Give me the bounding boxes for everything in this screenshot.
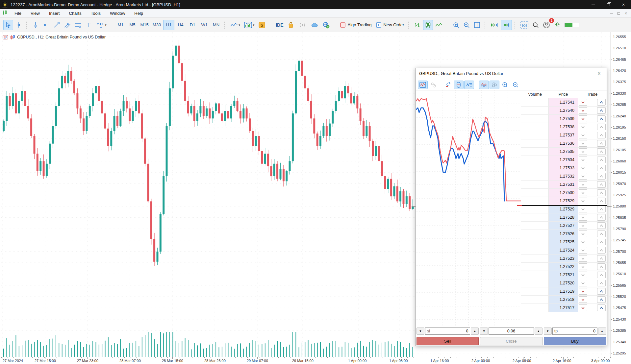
price-cell[interactable]: 1.27529 <box>549 197 578 205</box>
sell-chevron-button[interactable] <box>579 189 587 196</box>
cursor-tool-button[interactable] <box>3 20 13 30</box>
price-cell[interactable]: 1.27520 <box>549 279 578 287</box>
text-tool-button[interactable] <box>84 20 94 30</box>
sl-value[interactable]: 0 <box>466 329 468 333</box>
dom-row-bid[interactable]: 1.27520 <box>521 279 607 287</box>
sell-chevron-button[interactable] <box>579 198 587 204</box>
dom-row-bid[interactable]: 1.27518 <box>521 296 607 304</box>
timeframe-m15[interactable]: M15 <box>139 20 150 30</box>
sell-chevron-button[interactable] <box>579 239 587 245</box>
timeframe-w1[interactable]: W1 <box>199 20 210 30</box>
menu-charts[interactable]: Charts <box>64 9 86 17</box>
indicators-caret[interactable]: ▾ <box>253 23 255 27</box>
dom-zoom-out-icon[interactable] <box>511 81 520 89</box>
sell-chevron-button[interactable] <box>579 181 587 188</box>
dom-zoom-in-icon[interactable] <box>500 81 510 89</box>
buy-chevron-button[interactable] <box>597 157 606 163</box>
sell-chevron-button[interactable] <box>579 124 587 130</box>
profile-button[interactable]: 1 <box>541 20 552 30</box>
buy-chevron-button[interactable] <box>597 247 606 254</box>
time-axis[interactable]: 27 Mar 2024 27 Mar 15:00 27 Mar 23:00 28… <box>0 357 631 364</box>
signals-icon[interactable] <box>296 20 308 30</box>
screenshot-button[interactable] <box>519 20 530 30</box>
sell-chevron-button[interactable] <box>579 247 587 254</box>
buy-chevron-button[interactable] <box>597 132 606 138</box>
sell-chevron-button[interactable] <box>579 206 587 212</box>
price-cell[interactable]: 1.27530 <box>549 189 578 197</box>
upload-button[interactable] <box>552 20 562 30</box>
dom-row-bid[interactable]: 1.27524 <box>521 246 607 255</box>
buy-chevron-button[interactable] <box>597 107 606 114</box>
new-order-button[interactable]: New Order <box>374 20 406 30</box>
dom-row-ask[interactable]: 1.27535 <box>521 148 607 156</box>
ide-button[interactable]: IDE <box>274 20 285 30</box>
dom-row-ask[interactable]: 1.27529 <box>521 197 607 205</box>
buy-chevron-button[interactable] <box>597 99 606 106</box>
buy-chevron-button[interactable] <box>597 115 606 122</box>
price-cell[interactable]: 1.27517 <box>549 304 578 312</box>
dom-row-bid[interactable]: 1.27517 <box>521 304 607 312</box>
candlestick-mode-button[interactable] <box>423 20 433 30</box>
dom-row-bid[interactable]: 1.27527 <box>521 222 607 230</box>
sell-chevron-button[interactable] <box>579 157 587 163</box>
sell-chevron-button[interactable] <box>579 296 587 303</box>
mdi-restore-button[interactable] <box>618 12 620 15</box>
price-cell[interactable]: 1.27534 <box>549 156 578 164</box>
dom-orders-icon[interactable] <box>443 81 453 89</box>
price-cell[interactable]: 1.27536 <box>549 139 578 147</box>
dom-row-ask[interactable]: 1.27541 <box>521 98 607 107</box>
buy-chevron-button[interactable] <box>597 222 606 229</box>
minimize-button[interactable] <box>586 0 601 9</box>
buy-chevron-button[interactable] <box>597 255 606 262</box>
sell-chevron-button[interactable] <box>579 115 587 122</box>
search-button[interactable] <box>531 20 541 30</box>
tp-value[interactable]: 0 <box>593 329 595 333</box>
sell-chevron-button[interactable] <box>579 132 587 138</box>
dom-circles-mode-icon[interactable] <box>490 81 499 89</box>
buy-chevron-button[interactable] <box>597 189 606 196</box>
price-cell[interactable]: 1.27537 <box>549 131 578 139</box>
menu-help[interactable]: Help <box>130 9 148 17</box>
buy-chevron-button[interactable] <box>597 288 606 295</box>
buy-chevron-button[interactable] <box>597 231 606 237</box>
price-cell[interactable]: 1.27535 <box>549 148 578 156</box>
price-cell[interactable]: 1.27533 <box>549 164 578 172</box>
sell-chevron-button[interactable] <box>579 107 587 114</box>
sell-chevron-button[interactable] <box>579 214 587 221</box>
line-chart-mode-button[interactable] <box>434 20 444 30</box>
buy-chevron-button[interactable] <box>597 272 606 278</box>
timeframe-m30[interactable]: M30 <box>151 20 163 30</box>
timeframe-d1[interactable]: D1 <box>187 20 198 30</box>
shapes-dropdown-caret[interactable]: ▾ <box>105 23 107 27</box>
sell-chevron-button[interactable] <box>579 263 587 270</box>
buy-chevron-button[interactable] <box>597 181 606 188</box>
sell-button[interactable]: Sell <box>416 337 479 345</box>
buy-chevron-button[interactable] <box>597 206 606 212</box>
equidistant-lines-tool-button[interactable] <box>73 20 83 30</box>
buy-chevron-button[interactable] <box>597 165 606 171</box>
price-cell[interactable]: 1.27538 <box>549 123 578 131</box>
price-axis[interactable]: 1.26555 1.26510 1.26465 1.26420 1.26375 … <box>611 32 631 357</box>
close-button-dom[interactable]: Close <box>480 337 542 345</box>
shapes-tool-button[interactable]: ▾ <box>94 20 108 30</box>
dom-spread-icon[interactable] <box>454 81 464 89</box>
menu-view[interactable]: View <box>26 9 44 17</box>
dom-row-ask[interactable]: 1.27538 <box>521 123 607 131</box>
price-cell[interactable]: 1.27525 <box>549 238 578 246</box>
tp-increase-button[interactable]: ▲ <box>598 328 606 335</box>
timeframe-m5[interactable]: M5 <box>127 20 138 30</box>
zoom-out-button[interactable] <box>462 20 471 30</box>
price-cell[interactable]: 1.27519 <box>549 287 578 295</box>
price-cell[interactable]: 1.27540 <box>549 107 578 114</box>
price-cell[interactable]: 1.27521 <box>549 271 578 279</box>
buy-chevron-button[interactable] <box>597 280 606 286</box>
sell-chevron-button[interactable] <box>579 148 587 155</box>
close-button[interactable]: × <box>616 0 631 9</box>
sell-chevron-button[interactable] <box>579 99 587 106</box>
buy-chevron-button[interactable] <box>597 239 606 245</box>
shift-end-button[interactable] <box>489 20 500 30</box>
buy-chevron-button[interactable] <box>597 296 606 303</box>
tp-decrease-button[interactable]: ▼ <box>544 328 552 335</box>
mdi-minimize-button[interactable] <box>610 13 613 13</box>
channel-tool-button[interactable] <box>62 20 72 30</box>
